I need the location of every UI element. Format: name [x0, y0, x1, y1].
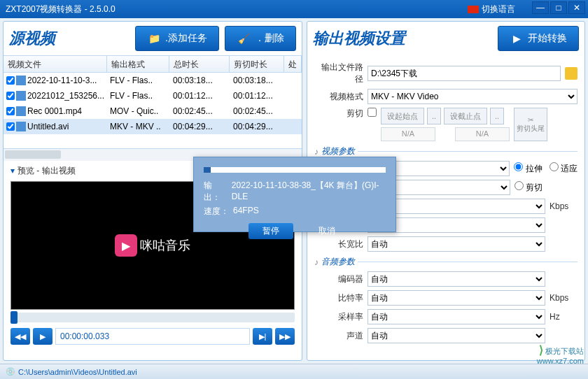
samplerate-select[interactable]: 自动 — [368, 309, 545, 324]
slider-thumb[interactable] — [10, 311, 18, 324]
play-button[interactable]: ▶ — [33, 328, 52, 345]
encoder-select[interactable]: 自动 — [368, 271, 545, 287]
output-path-input[interactable] — [368, 66, 561, 81]
cancel-button[interactable]: 取消 — [313, 223, 341, 239]
delete-label: ．删除 — [255, 32, 284, 45]
speed-label: 速度： — [204, 206, 229, 217]
row-checkbox[interactable] — [6, 107, 15, 115]
table-row[interactable]: 2022-10-11-10-3... FLV - Flas.. 00:03:18… — [4, 73, 302, 88]
video-file-icon — [16, 91, 26, 101]
video-file-icon — [16, 122, 26, 131]
folder-icon: 📁 — [147, 31, 161, 45]
cut-checkbox[interactable] — [368, 108, 377, 117]
table-row[interactable]: 20221012_153256... FLV - Flas.. 00:01:12… — [4, 88, 302, 103]
start-convert-button[interactable]: ▶ 开始转换 — [498, 26, 579, 51]
speed-value: 64FPS — [233, 206, 259, 217]
set-start-button[interactable]: 设起始点 — [381, 108, 424, 124]
set-end-button[interactable]: 设截止点 — [444, 108, 487, 124]
watermark: ⟩ 极光下载站 www.xz7.com — [537, 343, 584, 365]
row-checkbox[interactable] — [6, 76, 15, 85]
seek-slider[interactable] — [10, 313, 295, 322]
video-format-select[interactable]: MKV - MKV Video — [368, 89, 578, 104]
output-title: 输出视频设置 — [313, 28, 498, 49]
end-na: N/A — [455, 127, 510, 141]
migu-icon: ▶ — [115, 234, 137, 257]
col-duration[interactable]: 总时长 — [169, 56, 230, 72]
next-button[interactable]: ▶▶ — [275, 328, 295, 345]
titlebar: ZXT2007视频转换器 - 2.5.0.0 切换语言 — □ ✕ — [0, 0, 588, 18]
col-format[interactable]: 输出格式 — [107, 56, 170, 72]
progress-bar — [204, 167, 386, 173]
convert-icon: ▶ — [510, 31, 524, 45]
progress-dialog: 输出：2022-10-11-10-38-38_【4K 舞台】(G)I-DLE 速… — [193, 157, 396, 232]
channel-select[interactable]: 自动 — [368, 328, 545, 343]
audio-bitrate-select[interactable]: 自动 — [368, 290, 545, 306]
table-row[interactable]: Rec 0001.mp4 MOV - Quic.. 00:02:45... 00… — [4, 103, 302, 119]
stretch-radio[interactable]: 拉伸 — [514, 162, 542, 175]
cut-label: 剪切 — [314, 108, 363, 120]
out-label: 输出： — [204, 180, 227, 203]
prev-button[interactable]: ◀◀ — [10, 328, 30, 345]
delete-button[interactable]: 🧹 ．删除 — [225, 26, 296, 51]
time-display: 00:00:00.033 — [55, 328, 250, 345]
add-task-button[interactable]: 📁 .添加任务 — [135, 26, 219, 51]
col-process[interactable]: 处 — [284, 56, 302, 72]
out-file: 2022-10-11-10-38-38_【4K 舞台】(G)I-DLE — [232, 180, 386, 203]
cut-head-tail-button[interactable]: ✂ 剪切头尾 — [514, 108, 547, 141]
scissors-icon: ✂ — [528, 116, 533, 124]
video-params-section: 视频参数 — [314, 145, 578, 157]
row-checkbox[interactable] — [6, 122, 15, 131]
start-na: N/A — [381, 127, 435, 141]
video-format-label: 视频格式 — [314, 91, 363, 103]
fit-radio[interactable]: 适应 — [550, 162, 578, 175]
minimize-button[interactable]: — — [532, 1, 549, 14]
encoder-label: 编码器 — [314, 273, 363, 285]
row-checkbox[interactable] — [6, 92, 15, 100]
flag-icon — [468, 6, 479, 13]
browse-folder-icon[interactable] — [565, 67, 578, 80]
output-path-label: 输出文件路径 — [314, 62, 363, 85]
file-table: 视频文件 输出格式 总时长 剪切时长 处 2022-10-11-10-3... … — [4, 55, 302, 148]
table-row[interactable]: Untitled.avi MKV - MKV .. 00:04:29... 00… — [4, 119, 302, 134]
end-dots-button[interactable]: .. — [490, 108, 504, 124]
stop-button[interactable]: ▶| — [253, 328, 272, 345]
close-button[interactable]: ✕ — [568, 1, 585, 14]
aspect-label: 长宽比 — [314, 238, 363, 250]
disc-icon: 💿 — [6, 367, 15, 376]
app-title: ZXT2007视频转换器 - 2.5.0.0 — [3, 3, 468, 15]
audio-params-section: 音频参数 — [314, 256, 578, 268]
samplerate-label: 采样率 — [314, 311, 363, 323]
statusbar: 💿 C:\Users\admin\Videos\Untitled.avi — [0, 364, 588, 379]
bitrate-label: 比特率 — [314, 292, 363, 304]
channel-label: 声道 — [314, 330, 363, 342]
video-file-icon — [16, 76, 26, 85]
col-cut[interactable]: 剪切时长 — [230, 56, 284, 72]
source-title: 源视频 — [9, 28, 130, 49]
add-task-label: .添加任务 — [165, 32, 207, 45]
aspect-select[interactable]: 自动 — [368, 236, 545, 252]
broom-icon: 🧹 — [237, 31, 251, 45]
start-dots-button[interactable]: .. — [427, 108, 441, 124]
pause-button[interactable]: 暂停 — [248, 223, 293, 239]
status-path: C:\Users\admin\Videos\Untitled.avi — [18, 368, 137, 376]
maximize-button[interactable]: □ — [550, 1, 567, 14]
crop-radio[interactable]: 剪切 — [514, 181, 542, 194]
col-file[interactable]: 视频文件 — [4, 56, 107, 72]
preview-watermark: ▶ 咪咕音乐 — [115, 234, 190, 257]
lang-switch-button[interactable]: 切换语言 — [468, 3, 515, 15]
video-file-icon — [16, 106, 26, 116]
lang-switch-label: 切换语言 — [482, 3, 515, 15]
